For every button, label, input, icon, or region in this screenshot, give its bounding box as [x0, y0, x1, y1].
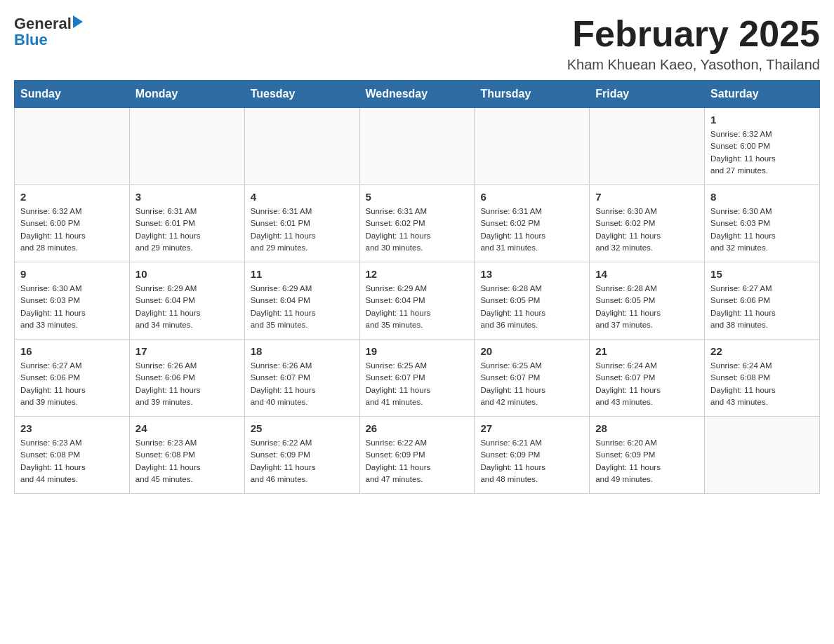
calendar-cell: 10Sunrise: 6:29 AMSunset: 6:04 PMDayligh… [129, 262, 244, 340]
page-header: General Blue February 2025 Kham Khuean K… [14, 14, 820, 73]
day-info: Sunrise: 6:28 AMSunset: 6:05 PMDaylight:… [595, 283, 699, 331]
week-row-4: 16Sunrise: 6:27 AMSunset: 6:06 PMDayligh… [15, 340, 820, 417]
calendar-header-row: SundayMondayTuesdayWednesdayThursdayFrid… [15, 81, 820, 108]
title-block: February 2025 Kham Khuean Kaeo, Yasothon… [567, 14, 820, 73]
calendar-cell: 15Sunrise: 6:27 AMSunset: 6:06 PMDayligh… [705, 262, 820, 340]
day-info: Sunrise: 6:27 AMSunset: 6:06 PMDaylight:… [710, 283, 814, 331]
week-row-2: 2Sunrise: 6:32 AMSunset: 6:00 PMDaylight… [15, 185, 820, 262]
calendar-cell: 24Sunrise: 6:23 AMSunset: 6:08 PMDayligh… [129, 417, 244, 494]
day-info: Sunrise: 6:30 AMSunset: 6:02 PMDaylight:… [595, 206, 699, 254]
logo-arrow-icon [73, 14, 84, 34]
day-info: Sunrise: 6:26 AMSunset: 6:06 PMDaylight:… [135, 360, 239, 408]
day-info: Sunrise: 6:22 AMSunset: 6:09 PMDaylight:… [366, 437, 469, 485]
day-number: 6 [480, 191, 583, 203]
col-header-wednesday: Wednesday [359, 81, 475, 108]
day-number: 4 [251, 191, 354, 203]
calendar-cell: 3Sunrise: 6:31 AMSunset: 6:01 PMDaylight… [129, 185, 244, 262]
calendar-cell: 9Sunrise: 6:30 AMSunset: 6:03 PMDaylight… [15, 262, 130, 340]
day-number: 11 [251, 268, 354, 280]
calendar-cell: 1Sunrise: 6:32 AMSunset: 6:00 PMDaylight… [705, 108, 820, 185]
day-number: 2 [20, 191, 124, 203]
calendar-cell: 12Sunrise: 6:29 AMSunset: 6:04 PMDayligh… [359, 262, 475, 340]
day-info: Sunrise: 6:20 AMSunset: 6:09 PMDaylight:… [595, 437, 699, 485]
calendar-cell: 4Sunrise: 6:31 AMSunset: 6:01 PMDaylight… [244, 185, 359, 262]
day-info: Sunrise: 6:23 AMSunset: 6:08 PMDaylight:… [20, 437, 124, 485]
day-number: 17 [135, 345, 239, 357]
calendar-cell: 18Sunrise: 6:26 AMSunset: 6:07 PMDayligh… [244, 340, 359, 417]
day-info: Sunrise: 6:25 AMSunset: 6:07 PMDaylight:… [480, 360, 583, 408]
day-info: Sunrise: 6:26 AMSunset: 6:07 PMDaylight:… [251, 360, 354, 408]
calendar-cell: 26Sunrise: 6:22 AMSunset: 6:09 PMDayligh… [359, 417, 475, 494]
calendar-cell: 6Sunrise: 6:31 AMSunset: 6:02 PMDaylight… [475, 185, 590, 262]
col-header-sunday: Sunday [15, 81, 130, 108]
week-row-3: 9Sunrise: 6:30 AMSunset: 6:03 PMDaylight… [15, 262, 820, 340]
col-header-monday: Monday [129, 81, 244, 108]
day-info: Sunrise: 6:31 AMSunset: 6:02 PMDaylight:… [366, 206, 469, 254]
day-number: 7 [595, 191, 699, 203]
calendar-cell: 22Sunrise: 6:24 AMSunset: 6:08 PMDayligh… [705, 340, 820, 417]
calendar-cell: 25Sunrise: 6:22 AMSunset: 6:09 PMDayligh… [244, 417, 359, 494]
day-info: Sunrise: 6:24 AMSunset: 6:07 PMDaylight:… [595, 360, 699, 408]
day-info: Sunrise: 6:30 AMSunset: 6:03 PMDaylight:… [710, 206, 814, 254]
calendar-cell [475, 108, 590, 185]
day-info: Sunrise: 6:31 AMSunset: 6:01 PMDaylight:… [251, 206, 354, 254]
calendar-cell [705, 417, 820, 494]
month-title: February 2025 [567, 14, 820, 54]
day-number: 12 [366, 268, 469, 280]
day-number: 19 [366, 345, 469, 357]
day-number: 13 [480, 268, 583, 280]
day-info: Sunrise: 6:29 AMSunset: 6:04 PMDaylight:… [251, 283, 354, 331]
day-number: 1 [710, 114, 814, 126]
day-number: 20 [480, 345, 583, 357]
day-number: 16 [20, 345, 124, 357]
svg-marker-0 [73, 15, 83, 28]
calendar-cell: 7Sunrise: 6:30 AMSunset: 6:02 PMDaylight… [590, 185, 705, 262]
calendar-cell: 13Sunrise: 6:28 AMSunset: 6:05 PMDayligh… [475, 262, 590, 340]
day-number: 9 [20, 268, 124, 280]
calendar-cell: 17Sunrise: 6:26 AMSunset: 6:06 PMDayligh… [129, 340, 244, 417]
calendar-cell: 28Sunrise: 6:20 AMSunset: 6:09 PMDayligh… [590, 417, 705, 494]
day-info: Sunrise: 6:21 AMSunset: 6:09 PMDaylight:… [480, 437, 583, 485]
day-number: 3 [135, 191, 239, 203]
day-info: Sunrise: 6:24 AMSunset: 6:08 PMDaylight:… [710, 360, 814, 408]
day-number: 8 [710, 191, 814, 203]
day-info: Sunrise: 6:23 AMSunset: 6:08 PMDaylight:… [135, 437, 239, 485]
calendar-cell [244, 108, 359, 185]
day-number: 15 [710, 268, 814, 280]
day-number: 14 [595, 268, 699, 280]
calendar-cell [359, 108, 475, 185]
day-info: Sunrise: 6:27 AMSunset: 6:06 PMDaylight:… [20, 360, 124, 408]
day-number: 5 [366, 191, 469, 203]
day-number: 27 [480, 422, 583, 434]
day-number: 26 [366, 422, 469, 434]
day-info: Sunrise: 6:22 AMSunset: 6:09 PMDaylight:… [251, 437, 354, 485]
calendar-cell [590, 108, 705, 185]
calendar-cell: 8Sunrise: 6:30 AMSunset: 6:03 PMDaylight… [705, 185, 820, 262]
day-info: Sunrise: 6:30 AMSunset: 6:03 PMDaylight:… [20, 283, 124, 331]
calendar-cell: 14Sunrise: 6:28 AMSunset: 6:05 PMDayligh… [590, 262, 705, 340]
logo: General Blue [14, 14, 84, 49]
day-number: 18 [251, 345, 354, 357]
day-info: Sunrise: 6:25 AMSunset: 6:07 PMDaylight:… [366, 360, 469, 408]
day-info: Sunrise: 6:31 AMSunset: 6:02 PMDaylight:… [480, 206, 583, 254]
day-number: 22 [710, 345, 814, 357]
calendar-cell: 5Sunrise: 6:31 AMSunset: 6:02 PMDaylight… [359, 185, 475, 262]
day-info: Sunrise: 6:29 AMSunset: 6:04 PMDaylight:… [366, 283, 469, 331]
calendar-cell: 21Sunrise: 6:24 AMSunset: 6:07 PMDayligh… [590, 340, 705, 417]
col-header-saturday: Saturday [705, 81, 820, 108]
logo-blue-text: Blue [14, 31, 48, 49]
calendar-cell: 19Sunrise: 6:25 AMSunset: 6:07 PMDayligh… [359, 340, 475, 417]
calendar-cell: 11Sunrise: 6:29 AMSunset: 6:04 PMDayligh… [244, 262, 359, 340]
week-row-1: 1Sunrise: 6:32 AMSunset: 6:00 PMDaylight… [15, 108, 820, 185]
calendar-table: SundayMondayTuesdayWednesdayThursdayFrid… [14, 80, 820, 494]
calendar-cell: 16Sunrise: 6:27 AMSunset: 6:06 PMDayligh… [15, 340, 130, 417]
day-info: Sunrise: 6:31 AMSunset: 6:01 PMDaylight:… [135, 206, 239, 254]
day-info: Sunrise: 6:29 AMSunset: 6:04 PMDaylight:… [135, 283, 239, 331]
calendar-cell: 23Sunrise: 6:23 AMSunset: 6:08 PMDayligh… [15, 417, 130, 494]
day-number: 23 [20, 422, 124, 434]
calendar-cell: 27Sunrise: 6:21 AMSunset: 6:09 PMDayligh… [475, 417, 590, 494]
calendar-cell [129, 108, 244, 185]
location-title: Kham Khuean Kaeo, Yasothon, Thailand [567, 57, 820, 73]
col-header-friday: Friday [590, 81, 705, 108]
day-number: 10 [135, 268, 239, 280]
